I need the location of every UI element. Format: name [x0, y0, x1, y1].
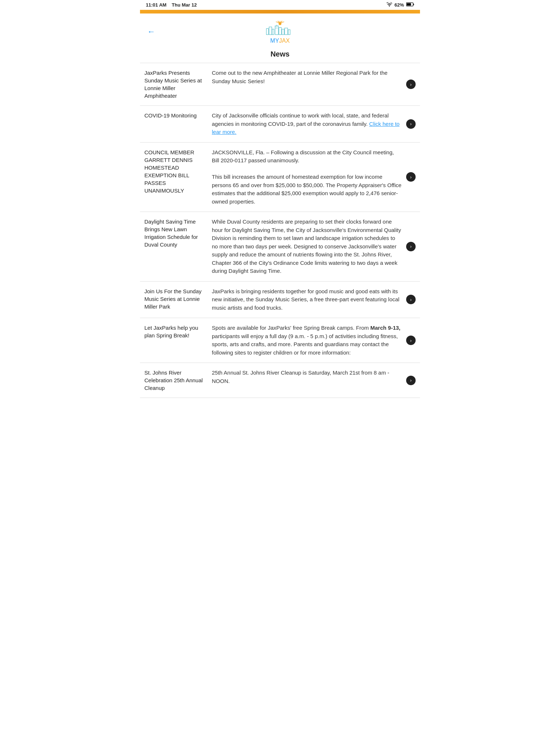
svg-rect-16	[285, 28, 288, 35]
news-item-description: Spots are available for JaxParks' free S…	[212, 324, 406, 357]
news-item[interactable]: COVID-19 Monitoring City of Jacksonville…	[140, 106, 420, 143]
news-item-title: St. Johns River Celebration 25th Annual …	[144, 369, 212, 392]
svg-rect-9	[267, 28, 269, 35]
news-item[interactable]: St. Johns River Celebration 25th Annual …	[140, 363, 420, 398]
news-item[interactable]: Let JaxParks help you plan Spring Break!…	[140, 318, 420, 363]
status-bar-right: 62%	[386, 2, 414, 8]
logo-skyline-icon	[258, 19, 302, 38]
svg-rect-2	[407, 3, 411, 5]
news-item-description: 25th Annual St. Johns River Cleanup is S…	[212, 369, 406, 392]
news-list: JaxParks Presents Sunday Music Series at…	[140, 63, 420, 398]
logo-jax: JAX	[279, 38, 289, 44]
header: ←	[140, 13, 420, 47]
chevron-right-icon: ›	[406, 172, 416, 182]
svg-rect-14	[279, 27, 281, 35]
news-item-arrow: ›	[406, 369, 416, 392]
chevron-right-icon: ›	[406, 376, 416, 385]
news-item-title: Daylight Saving Time Brings New Lawn Irr…	[144, 218, 212, 275]
news-item-description: While Duval County residents are prepari…	[212, 218, 406, 275]
news-item-description: JACKSONVILLE, Fla. – Following a discuss…	[212, 148, 406, 206]
news-item-title: COUNCIL MEMBER GARRETT DENNIS HOMESTEAD …	[144, 148, 212, 206]
news-item-description: Come out to the new Amphitheater at Lonn…	[212, 69, 406, 100]
status-date: Thu Mar 12	[172, 2, 197, 8]
bold-date: March 9-13,	[370, 325, 401, 331]
news-item-arrow: ›	[406, 324, 416, 357]
status-time: 11:01 AM	[146, 2, 167, 8]
news-item[interactable]: COUNCIL MEMBER GARRETT DENNIS HOMESTEAD …	[140, 143, 420, 212]
chevron-right-icon: ›	[406, 295, 416, 304]
news-item-arrow: ›	[406, 287, 416, 312]
svg-rect-17	[288, 30, 290, 35]
logo-container: MYJAX	[258, 19, 302, 44]
svg-point-8	[279, 22, 281, 25]
svg-rect-1	[413, 4, 414, 5]
chevron-right-icon: ›	[406, 80, 416, 89]
wifi-icon	[386, 2, 392, 8]
page-title: News	[140, 47, 420, 63]
back-button[interactable]: ←	[147, 27, 155, 36]
news-item[interactable]: Join Us For the Sunday Music Series at L…	[140, 282, 420, 318]
logo-text: MYJAX	[270, 38, 289, 44]
chevron-right-icon: ›	[406, 242, 416, 251]
news-item-title: COVID-19 Monitoring	[144, 112, 212, 136]
news-item-arrow: ›	[406, 112, 416, 136]
news-item-title: Join Us For the Sunday Music Series at L…	[144, 287, 212, 312]
svg-rect-15	[282, 29, 284, 35]
orange-accent-bar	[140, 10, 420, 13]
news-item[interactable]: Daylight Saving Time Brings New Lawn Irr…	[140, 212, 420, 282]
chevron-right-icon: ›	[406, 119, 416, 129]
battery-text: 62%	[394, 2, 404, 8]
news-item-description: City of Jacksonville officials continue …	[212, 112, 406, 136]
chevron-right-icon: ›	[406, 336, 416, 345]
news-item[interactable]: JaxParks Presents Sunday Music Series at…	[140, 63, 420, 106]
svg-rect-20	[276, 28, 276, 29]
covid-link[interactable]: Click here to lear more.	[212, 121, 400, 135]
battery-icon	[406, 2, 414, 8]
svg-rect-11	[272, 29, 274, 35]
news-item-arrow: ›	[406, 148, 416, 206]
status-bar: 11:01 AM Thu Mar 12 62%	[140, 0, 420, 10]
logo-my: MY	[270, 38, 279, 44]
svg-rect-10	[269, 27, 272, 35]
news-item-arrow: ›	[406, 218, 416, 275]
news-item-arrow: ›	[406, 69, 416, 100]
news-item-title: Let JaxParks help you plan Spring Break!	[144, 324, 212, 357]
svg-rect-21	[277, 28, 277, 29]
svg-rect-19	[277, 27, 277, 27]
news-item-description: JaxParks is bringing residents together …	[212, 287, 406, 312]
news-item-title: JaxParks Presents Sunday Music Series at…	[144, 69, 212, 100]
svg-rect-18	[276, 27, 276, 27]
